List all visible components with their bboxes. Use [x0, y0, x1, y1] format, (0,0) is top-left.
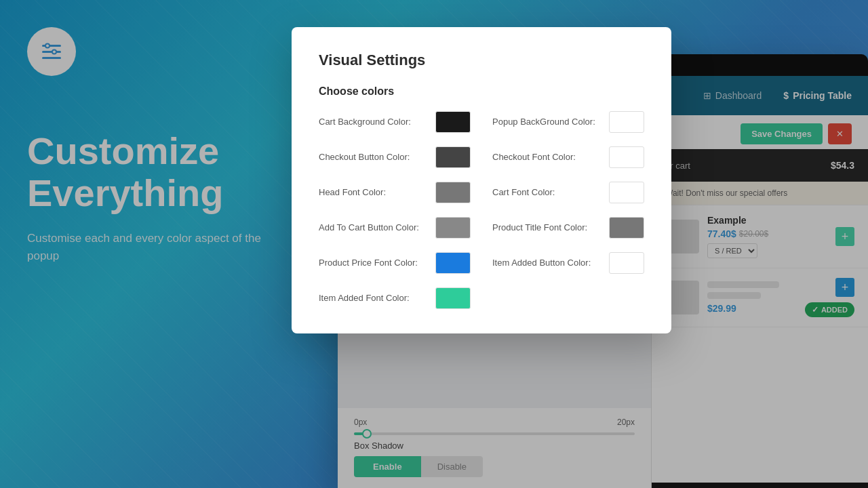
add-to-cart-btn-color-swatch[interactable]	[435, 217, 471, 239]
item-added-btn-color-swatch[interactable]	[609, 252, 644, 274]
visual-settings-modal: Visual Settings Choose colors Cart Backg…	[292, 27, 671, 333]
checkout-font-color-label: Checkout Font Color:	[492, 152, 601, 163]
cart-font-color-swatch[interactable]	[609, 182, 644, 203]
modal-section-title: Choose colors	[319, 85, 644, 98]
color-row-6-left: Item Added Font Color:	[319, 287, 471, 309]
color-row-5-right: Item Added Button Color:	[492, 252, 644, 274]
item-added-btn-color-label: Item Added Button Color:	[492, 258, 601, 269]
color-row-2-right: Checkout Font Color:	[492, 146, 644, 168]
checkout-font-color-swatch[interactable]	[609, 146, 644, 168]
product-price-font-color-swatch[interactable]	[435, 252, 471, 274]
color-row-3-left: Head Font Color:	[319, 182, 471, 203]
color-row-1-left: Cart Background Color:	[319, 111, 471, 133]
popup-bg-color-label: Popup BackGround Color:	[492, 117, 601, 128]
modal-title: Visual Settings	[319, 52, 644, 69]
head-font-color-swatch[interactable]	[435, 182, 471, 203]
color-row-4-right: Product Title Font Color:	[492, 217, 644, 239]
item-added-font-color-label: Item Added Font Color:	[319, 293, 427, 304]
product-title-font-color-label: Product Title Font Color:	[492, 222, 601, 234]
modal-overlay: Visual Settings Choose colors Cart Backg…	[0, 0, 868, 488]
cart-bg-color-label: Cart Background Color:	[319, 117, 427, 128]
checkout-btn-color-label: Checkout Button Color:	[319, 152, 427, 163]
product-title-font-color-swatch[interactable]	[609, 217, 644, 239]
head-font-color-label: Head Font Color:	[319, 187, 427, 199]
color-row-1-right: Popup BackGround Color:	[492, 111, 644, 133]
product-price-font-color-label: Product Price Font Color:	[319, 258, 427, 269]
popup-bg-color-swatch[interactable]	[609, 111, 644, 133]
item-added-font-color-swatch[interactable]	[435, 287, 471, 309]
cart-font-color-label: Cart Font Color:	[492, 187, 601, 199]
color-row-4-left: Add To Cart Button Color:	[319, 217, 471, 239]
cart-bg-color-swatch[interactable]	[435, 111, 471, 133]
color-row-2-left: Checkout Button Color:	[319, 146, 471, 168]
add-to-cart-btn-color-label: Add To Cart Button Color:	[319, 222, 427, 234]
color-row-5-left: Product Price Font Color:	[319, 252, 471, 274]
color-grid: Cart Background Color: Popup BackGround …	[319, 111, 644, 309]
checkout-btn-color-swatch[interactable]	[435, 146, 471, 168]
color-row-6-right	[492, 287, 644, 309]
color-row-3-right: Cart Font Color:	[492, 182, 644, 203]
